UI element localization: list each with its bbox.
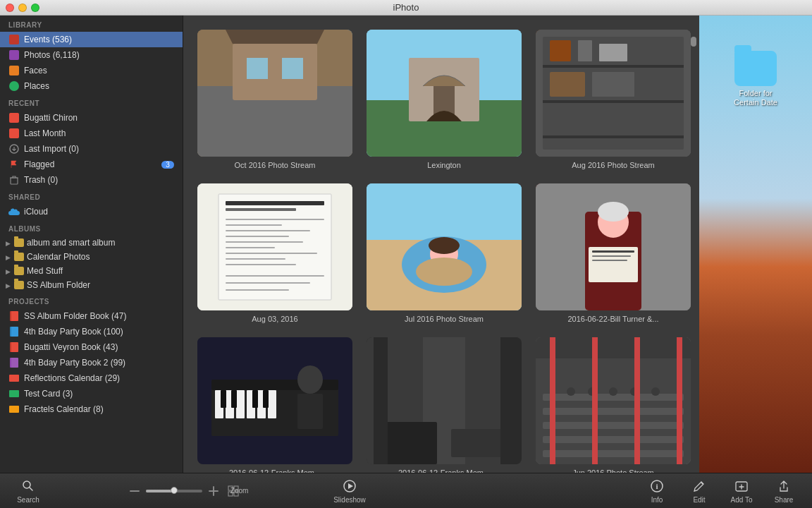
- add-to-button[interactable]: Add To: [720, 475, 763, 507]
- calendar-icon-last-month: [8, 128, 20, 139]
- photo-item-aug03[interactable]: Aug 03, 2016: [197, 183, 352, 323]
- book-icon-4th2: [8, 357, 20, 368]
- titlebar: iPhoto: [0, 0, 812, 16]
- svg-rect-28: [226, 224, 282, 226]
- photo-thumb-jun2016: [536, 337, 691, 464]
- folder-icon-med: [14, 267, 24, 275]
- calendar-icon-bugatti: [8, 112, 20, 123]
- desktop-area: Folder for Certain Date: [699, 16, 812, 473]
- sidebar-item-flagged[interactable]: Flagged 3: [0, 157, 183, 172]
- svg-rect-31: [226, 241, 303, 243]
- sidebar-item-faces[interactable]: Faces: [0, 63, 183, 78]
- sidebar-item-bugatti-veyron-book[interactable]: Bugatti Veyron Book (43): [0, 339, 183, 355]
- zoom-slider[interactable]: [146, 490, 202, 492]
- sidebar: LIBRARY Events (536) Photos (6,118) Face…: [0, 16, 183, 473]
- photo-item-bill-turner[interactable]: 2016-06-22-Bill Turner &...: [536, 183, 691, 323]
- svg-rect-37: [226, 282, 310, 284]
- minimize-button[interactable]: [18, 4, 27, 12]
- photo-thumb-aug2016: [536, 30, 691, 157]
- svg-rect-82: [543, 436, 684, 443]
- photo-thumb-bill-turner: [536, 183, 691, 310]
- slideshow-label: Slideshow: [333, 496, 366, 504]
- svg-rect-38: [226, 289, 289, 291]
- slideshow-button[interactable]: Slideshow: [325, 475, 374, 507]
- places-label: Places: [24, 81, 49, 91]
- sidebar-item-bugatti-chiron[interactable]: Bugatti Chiron: [0, 110, 183, 126]
- photos-icon: [8, 49, 20, 61]
- sidebar-item-4th-bday-book2[interactable]: 4th Bday Party Book 2 (99): [0, 355, 183, 370]
- photo-label-oct2016: Oct 2016 Photo Stream: [235, 161, 316, 169]
- info-label: Info: [651, 496, 663, 504]
- folder-icon-calendar: [14, 253, 24, 261]
- albums-expand-album-smart[interactable]: ▶ album and smart album: [0, 236, 183, 250]
- window-controls: [6, 4, 39, 12]
- svg-point-88: [651, 387, 660, 396]
- flag-icon: [8, 159, 20, 170]
- projects-section-header: PROJECTS: [0, 292, 183, 308]
- svg-rect-90: [592, 337, 598, 464]
- edit-button[interactable]: Edit: [678, 475, 720, 507]
- sidebar-item-last-import[interactable]: Last Import (0): [0, 141, 183, 157]
- search-button[interactable]: Search: [7, 475, 49, 507]
- photo-label-jul2016: Jul 2016 Photo Stream: [405, 315, 484, 323]
- svg-rect-96: [213, 486, 214, 496]
- desktop-folder-label: Folder for Certain Date: [727, 89, 784, 107]
- photo-label-lexington: Lexington: [427, 161, 461, 169]
- photo-item-oct2016[interactable]: Oct 2016 Photo Stream: [197, 30, 352, 169]
- photo-item-aug2016[interactable]: Aug 2016 Photo Stream: [536, 30, 691, 169]
- events-icon: [8, 34, 20, 45]
- expand-arrow-icon: ▶: [6, 240, 11, 246]
- zoom-area: Zoom: [49, 483, 325, 500]
- photo-item-franks1[interactable]: 2016-06-12-Franks Mem...: [197, 337, 352, 473]
- sidebar-item-icloud[interactable]: iCloud: [0, 204, 183, 219]
- info-button[interactable]: i Info: [636, 475, 678, 507]
- cloud-icon: [8, 206, 20, 217]
- albums-expand-ss-album[interactable]: ▶ SS Album Folder: [0, 278, 183, 292]
- close-button[interactable]: [6, 4, 14, 12]
- svg-rect-68: [297, 394, 323, 429]
- photo-item-lexington[interactable]: Lexington: [367, 30, 522, 169]
- maximize-button[interactable]: [31, 4, 39, 12]
- calendar-photos-label: Calendar Photos: [27, 252, 90, 262]
- svg-rect-34: [226, 258, 285, 260]
- photo-item-jul2016[interactable]: Jul 2016 Photo Stream: [367, 183, 522, 323]
- sidebar-item-trash[interactable]: Trash (0): [0, 172, 183, 188]
- desktop-folder[interactable]: Folder for Certain Date: [727, 51, 784, 107]
- add-to-icon: [733, 478, 750, 495]
- sidebar-item-ss-album-book[interactable]: SS Album Folder Book (47): [0, 308, 183, 324]
- sidebar-item-4th-bday-book[interactable]: 4th Bday Party Book (100): [0, 324, 183, 339]
- expand-arrow-icon2: ▶: [6, 254, 11, 260]
- sidebar-item-last-month[interactable]: Last Month: [0, 126, 183, 141]
- svg-rect-83: [543, 450, 684, 457]
- share-button[interactable]: Share: [763, 475, 805, 507]
- med-stuff-label: Med Stuff: [27, 266, 63, 276]
- sidebar-item-fractels-calendar[interactable]: Fractels Calendar (8): [0, 401, 183, 417]
- sidebar-item-test-card[interactable]: Test Card (3): [0, 386, 183, 401]
- albums-expand-med-stuff[interactable]: ▶ Med Stuff: [0, 264, 183, 278]
- library-section-header: LIBRARY: [0, 16, 183, 32]
- test-card-label: Test Card (3): [24, 389, 73, 399]
- sidebar-item-reflections-calendar[interactable]: Reflections Calendar (29): [0, 370, 183, 386]
- last-month-label: Last Month: [24, 128, 66, 138]
- photo-item-franks2[interactable]: 2016-06-12-Franks Mem...: [367, 337, 522, 473]
- svg-rect-35: [226, 264, 296, 265]
- trash-icon: [8, 174, 20, 186]
- svg-rect-75: [500, 337, 522, 464]
- book-icon-4th: [8, 326, 20, 337]
- svg-rect-27: [226, 219, 324, 220]
- photo-item-jun2016[interactable]: Jun 2016 Photo Stream: [536, 337, 691, 473]
- albums-expand-calendar-photos[interactable]: ▶ Calendar Photos: [0, 250, 183, 264]
- add-to-label: Add To: [731, 496, 753, 504]
- sidebar-item-places[interactable]: Places: [0, 78, 183, 94]
- scroll-indicator[interactable]: [691, 37, 696, 47]
- svg-rect-64: [231, 390, 237, 408]
- ss-album-folder-label: SS Album Folder: [27, 280, 90, 290]
- faces-icon: [8, 65, 20, 76]
- 4th-bday-book-label: 4th Bday Party Book (100): [24, 327, 123, 337]
- edit-label: Edit: [693, 496, 705, 504]
- photos-label: Photos (6,118): [24, 50, 80, 60]
- sidebar-item-events[interactable]: Events (536): [0, 32, 183, 47]
- app-title: iPhoto: [393, 2, 419, 13]
- sidebar-item-photos[interactable]: Photos (6,118): [0, 47, 183, 63]
- share-label: Share: [775, 496, 794, 504]
